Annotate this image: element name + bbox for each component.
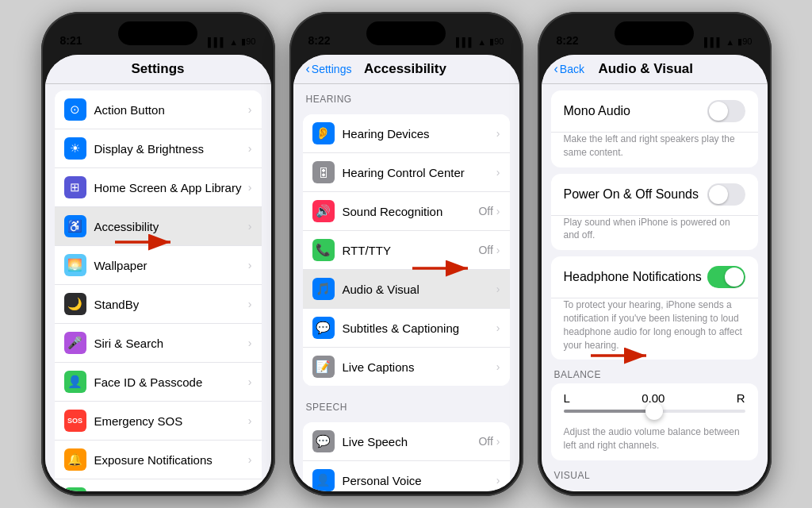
standby-icon: 🌙 bbox=[64, 293, 86, 315]
item-headphone[interactable]: Headphone Notifications bbox=[551, 256, 758, 298]
accessibility-icon: ♿ bbox=[64, 215, 86, 237]
mono-audio-left: Mono Audio bbox=[564, 104, 707, 118]
balance-slider-container: L 0.00 R bbox=[551, 383, 758, 425]
nav-title-2: Accessibility bbox=[364, 61, 446, 77]
nav-title-1: Settings bbox=[131, 61, 184, 76]
item-led-flash[interactable]: LED Flash for Alerts Off › bbox=[551, 491, 758, 491]
signal-icon-1: ▌▌▌ bbox=[208, 37, 226, 47]
item-label-siri: Siri & Search bbox=[94, 337, 248, 350]
status-icons-3: ▌▌▌ ▲ ▮90 bbox=[704, 37, 753, 47]
chevron-personal-voice-icon: › bbox=[496, 474, 500, 487]
group-power-sounds: Power On & Off Sounds Play sound when iP… bbox=[551, 174, 758, 251]
dynamic-island-2 bbox=[366, 21, 446, 45]
balance-R-label: R bbox=[737, 391, 745, 405]
chevron-hearing-devices-icon: › bbox=[496, 127, 500, 140]
item-battery[interactable]: 🔋 Battery › bbox=[55, 479, 262, 491]
item-sound-recognition[interactable]: 🔊 Sound Recognition Off › bbox=[303, 192, 510, 231]
time-2: 8:22 bbox=[308, 34, 331, 47]
time-1: 8:21 bbox=[60, 34, 82, 47]
item-label-sos: Emergency SOS bbox=[94, 414, 248, 428]
balance-slider-thumb[interactable] bbox=[645, 402, 663, 420]
item-value-sound: Off bbox=[478, 205, 492, 217]
headphone-description: To protect your hearing, iPhone sends a … bbox=[564, 298, 745, 352]
subtitles-icon: 💬 bbox=[312, 317, 335, 339]
chevron-audio-visual-icon: › bbox=[496, 283, 500, 295]
status-icons-2: ▌▌▌ ▲ ▮90 bbox=[456, 37, 504, 47]
battery-icon: 🔋 bbox=[64, 487, 86, 491]
phone-3: 8:22 ▌▌▌ ▲ ▮90 ‹ Back Audio & Visual bbox=[538, 12, 772, 496]
item-label-live-speech: Live Speech bbox=[343, 435, 479, 448]
back-button-2[interactable]: ‹ Settings bbox=[306, 62, 352, 76]
headphone-toggle[interactable] bbox=[707, 266, 745, 288]
signal-icon-3: ▌▌▌ bbox=[704, 37, 722, 47]
item-label-rtt: RTT/TTY bbox=[343, 244, 479, 257]
balance-slider-track[interactable] bbox=[564, 410, 745, 413]
item-live-captions[interactable]: 📝 Live Captions › bbox=[303, 348, 510, 386]
item-mono-audio[interactable]: Mono Audio bbox=[551, 90, 758, 133]
item-label-faceid: Face ID & Passcode bbox=[94, 375, 248, 389]
sound-recognition-icon: 🔊 bbox=[312, 200, 335, 222]
item-label-homescreen: Home Screen & App Library bbox=[94, 181, 248, 194]
settings-list-1[interactable]: ⊙ Action Button › ☀ Display & Brightness… bbox=[45, 84, 271, 491]
item-hearing-devices[interactable]: 👂 Hearing Devices › bbox=[303, 114, 510, 153]
siri-icon: 🎤 bbox=[64, 332, 86, 354]
rtt-icon: 📞 bbox=[312, 239, 335, 261]
back-button-3[interactable]: ‹ Back bbox=[554, 62, 584, 76]
chevron-homescreen-icon: › bbox=[248, 181, 252, 194]
item-power-sounds[interactable]: Power On & Off Sounds bbox=[551, 174, 758, 216]
settings-list-2[interactable]: HEARING 👂 Hearing Devices › 🎛 Hearing Co… bbox=[293, 84, 519, 491]
item-rtt-tty[interactable]: 📞 RTT/TTY Off › bbox=[303, 231, 510, 270]
section-visual: VISUAL bbox=[542, 460, 768, 484]
wallpaper-icon: 🌅 bbox=[64, 254, 86, 276]
power-sounds-desc-wrap: Play sound when iPhone is powered on and… bbox=[551, 216, 758, 251]
group-mono-audio: Mono Audio Make the left and right speak… bbox=[551, 90, 758, 167]
item-hearing-control[interactable]: 🎛 Hearing Control Center › bbox=[303, 153, 510, 192]
item-subtitles[interactable]: 💬 Subtitles & Captioning › bbox=[303, 309, 510, 348]
audio-visual-icon: 🎵 bbox=[312, 278, 335, 300]
screen-1: Settings ⊙ Action Button › ☀ Display & B… bbox=[45, 55, 271, 491]
item-home-screen[interactable]: ⊞ Home Screen & App Library › bbox=[55, 168, 262, 207]
section-speech: SPEECH bbox=[293, 392, 519, 416]
chevron-subtitles-icon: › bbox=[496, 321, 500, 334]
battery-icon-2: ▮90 bbox=[489, 37, 504, 47]
signal-icon-2: ▌▌▌ bbox=[456, 37, 474, 47]
item-faceid[interactable]: 👤 Face ID & Passcode › bbox=[55, 363, 262, 402]
item-personal-voice[interactable]: 👤 Personal Voice › bbox=[303, 461, 510, 491]
item-emergency-sos[interactable]: SOS Emergency SOS › bbox=[55, 402, 262, 441]
item-accessibility[interactable]: ♿ Accessibility › bbox=[55, 207, 262, 246]
balance-slider-fill bbox=[564, 410, 655, 413]
item-wallpaper[interactable]: 🌅 Wallpaper › bbox=[55, 246, 262, 285]
item-label-action-button: Action Button bbox=[94, 103, 248, 117]
settings-detail-3[interactable]: Mono Audio Make the left and right speak… bbox=[542, 84, 768, 491]
item-siri-search[interactable]: 🎤 Siri & Search › bbox=[55, 324, 262, 363]
headphone-desc-wrap: To protect your hearing, iPhone sends a … bbox=[551, 298, 758, 360]
hearing-control-icon: 🎛 bbox=[312, 161, 335, 183]
item-display-brightness[interactable]: ☀ Display & Brightness › bbox=[55, 129, 262, 168]
item-audio-visual[interactable]: 🎵 Audio & Visual › bbox=[303, 270, 510, 309]
chevron-wallpaper-icon: › bbox=[248, 259, 252, 271]
settings-group-visual: LED Flash for Alerts Off › bbox=[551, 491, 758, 491]
item-label-hearing-devices: Hearing Devices bbox=[343, 127, 496, 140]
live-captions-icon: 📝 bbox=[312, 356, 335, 378]
item-live-speech[interactable]: 💬 Live Speech Off › bbox=[303, 422, 510, 461]
chevron-hearing-control-icon: › bbox=[496, 166, 500, 179]
personal-voice-icon: 👤 bbox=[312, 469, 335, 491]
item-label-live-captions: Live Captions bbox=[343, 360, 496, 374]
sos-icon: SOS bbox=[64, 410, 86, 432]
item-label-accessibility: Accessibility bbox=[94, 220, 248, 233]
balance-description: Adjust the audio volume balance between … bbox=[564, 425, 745, 452]
item-label-wallpaper: Wallpaper bbox=[94, 259, 248, 272]
item-standby[interactable]: 🌙 StandBy › bbox=[55, 285, 262, 324]
headphone-label: Headphone Notifications bbox=[564, 270, 707, 284]
battery-icon-1: ▮90 bbox=[241, 37, 255, 47]
power-sounds-toggle[interactable] bbox=[707, 183, 745, 206]
status-icons-1: ▌▌▌ ▲ ▮90 bbox=[208, 37, 256, 47]
power-sounds-left: Power On & Off Sounds bbox=[564, 187, 707, 202]
item-action-button[interactable]: ⊙ Action Button › bbox=[55, 90, 262, 129]
item-exposure[interactable]: 🔔 Exposure Notifications › bbox=[55, 441, 262, 479]
item-label-hearing-control: Hearing Control Center bbox=[343, 166, 496, 179]
mono-audio-toggle[interactable] bbox=[707, 100, 745, 122]
item-label-audio-visual: Audio & Visual bbox=[343, 283, 496, 296]
wifi-icon-2: ▲ bbox=[477, 37, 486, 47]
chevron-accessibility-icon: › bbox=[248, 220, 252, 233]
